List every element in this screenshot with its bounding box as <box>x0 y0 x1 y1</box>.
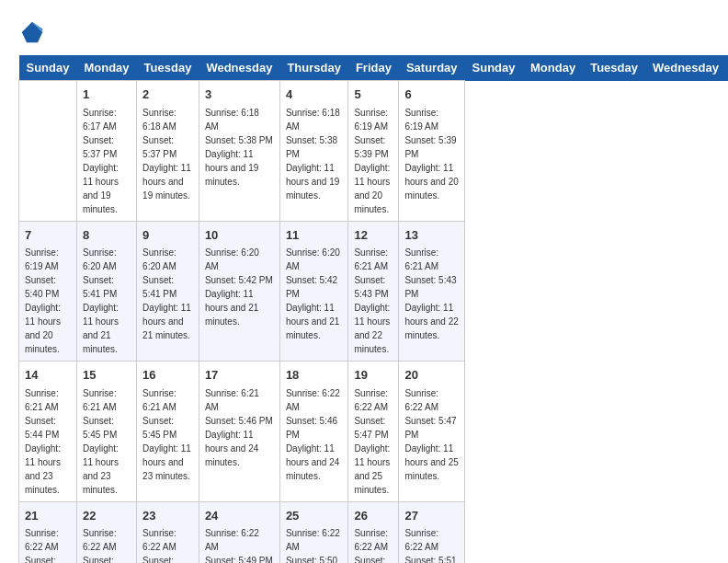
calendar-header-row: SundayMondayTuesdayWednesdayThursdayFrid… <box>19 55 729 81</box>
svg-marker-0 <box>22 22 43 43</box>
calendar-cell <box>19 81 77 222</box>
calendar-cell: 27Sunrise: 6:22 AMSunset: 5:51 PMDayligh… <box>399 501 465 563</box>
calendar-cell: 5Sunrise: 6:19 AMSunset: 5:39 PMDaylight… <box>348 81 399 222</box>
day-number: 16 <box>142 366 193 385</box>
header-monday: Monday <box>523 55 583 81</box>
day-number: 9 <box>142 226 193 245</box>
header-monday: Monday <box>76 55 136 81</box>
day-info: Sunrise: 6:20 AMSunset: 5:42 PMDaylight:… <box>205 246 274 328</box>
calendar-table: SundayMondayTuesdayWednesdayThursdayFrid… <box>18 55 728 563</box>
day-number: 17 <box>205 366 274 385</box>
calendar-cell: 18Sunrise: 6:22 AMSunset: 5:46 PMDayligh… <box>279 362 348 502</box>
day-info: Sunrise: 6:21 AMSunset: 5:44 PMDaylight:… <box>25 386 71 497</box>
header-tuesday: Tuesday <box>583 55 645 81</box>
day-number: 1 <box>83 86 131 104</box>
day-number: 25 <box>286 507 343 525</box>
header-friday: Friday <box>348 55 399 81</box>
header-wednesday: Wednesday <box>645 55 726 81</box>
day-info: Sunrise: 6:21 AMSunset: 5:45 PMDaylight:… <box>83 386 131 497</box>
logo <box>18 18 50 46</box>
day-number: 7 <box>25 226 71 245</box>
calendar-cell: 12Sunrise: 6:21 AMSunset: 5:43 PMDayligh… <box>348 221 399 362</box>
day-info: Sunrise: 6:20 AMSunset: 5:42 PMDaylight:… <box>286 246 343 342</box>
day-number: 13 <box>404 226 459 245</box>
day-number: 19 <box>354 366 392 385</box>
day-info: Sunrise: 6:18 AMSunset: 5:37 PMDaylight:… <box>142 106 193 202</box>
day-info: Sunrise: 6:22 AMSunset: 5:50 PMDaylight:… <box>354 526 392 563</box>
day-info: Sunrise: 6:22 AMSunset: 5:49 PMDaylight:… <box>142 526 193 563</box>
day-info: Sunrise: 6:19 AMSunset: 5:39 PMDaylight:… <box>354 106 392 216</box>
day-number: 8 <box>83 226 131 245</box>
day-info: Sunrise: 6:21 AMSunset: 5:45 PMDaylight:… <box>142 386 193 483</box>
calendar-cell: 17Sunrise: 6:21 AMSunset: 5:46 PMDayligh… <box>199 362 279 502</box>
day-info: Sunrise: 6:21 AMSunset: 5:46 PMDaylight:… <box>205 386 274 469</box>
calendar-cell: 23Sunrise: 6:22 AMSunset: 5:49 PMDayligh… <box>137 501 199 563</box>
day-number: 27 <box>404 507 459 525</box>
header-saturday: Saturday <box>399 55 465 81</box>
day-info: Sunrise: 6:19 AMSunset: 5:40 PMDaylight:… <box>25 246 71 356</box>
day-number: 18 <box>286 366 343 385</box>
day-info: Sunrise: 6:21 AMSunset: 5:43 PMDaylight:… <box>404 246 459 342</box>
calendar-cell: 6Sunrise: 6:19 AMSunset: 5:39 PMDaylight… <box>399 81 465 222</box>
calendar-cell: 9Sunrise: 6:20 AMSunset: 5:41 PMDaylight… <box>137 221 199 362</box>
day-number: 10 <box>205 226 274 245</box>
day-info: Sunrise: 6:22 AMSunset: 5:48 PMDaylight:… <box>83 526 131 563</box>
calendar-week-row: 1Sunrise: 6:17 AMSunset: 5:37 PMDaylight… <box>19 81 729 222</box>
day-info: Sunrise: 6:22 AMSunset: 5:51 PMDaylight:… <box>404 526 459 563</box>
calendar-cell: 20Sunrise: 6:22 AMSunset: 5:47 PMDayligh… <box>399 362 465 502</box>
day-number: 5 <box>354 86 392 104</box>
day-number: 2 <box>142 86 193 104</box>
day-number: 12 <box>354 226 392 245</box>
day-number: 21 <box>25 507 71 525</box>
calendar-cell: 15Sunrise: 6:21 AMSunset: 5:45 PMDayligh… <box>76 362 136 502</box>
calendar-cell: 13Sunrise: 6:21 AMSunset: 5:43 PMDayligh… <box>399 221 465 362</box>
day-info: Sunrise: 6:17 AMSunset: 5:37 PMDaylight:… <box>83 106 131 216</box>
calendar-cell: 8Sunrise: 6:20 AMSunset: 5:41 PMDaylight… <box>76 221 136 362</box>
calendar-cell: 26Sunrise: 6:22 AMSunset: 5:50 PMDayligh… <box>348 501 399 563</box>
calendar-cell: 1Sunrise: 6:17 AMSunset: 5:37 PMDaylight… <box>76 81 136 222</box>
calendar-cell: 14Sunrise: 6:21 AMSunset: 5:44 PMDayligh… <box>19 362 77 502</box>
day-number: 6 <box>404 86 459 104</box>
day-number: 23 <box>142 507 193 525</box>
day-info: Sunrise: 6:20 AMSunset: 5:41 PMDaylight:… <box>83 246 131 356</box>
logo-icon <box>18 18 46 46</box>
page-header <box>18 18 710 46</box>
header-thursday: Thursday <box>279 55 348 81</box>
day-info: Sunrise: 6:18 AMSunset: 5:38 PMDaylight:… <box>286 106 343 202</box>
calendar-week-row: 14Sunrise: 6:21 AMSunset: 5:44 PMDayligh… <box>19 362 729 502</box>
calendar-cell: 10Sunrise: 6:20 AMSunset: 5:42 PMDayligh… <box>199 221 279 362</box>
day-number: 26 <box>354 507 392 525</box>
day-number: 15 <box>83 366 131 385</box>
header-wednesday: Wednesday <box>199 55 279 81</box>
calendar-week-row: 21Sunrise: 6:22 AMSunset: 5:48 PMDayligh… <box>19 501 729 563</box>
calendar-cell: 11Sunrise: 6:20 AMSunset: 5:42 PMDayligh… <box>279 221 348 362</box>
day-number: 20 <box>404 366 459 385</box>
calendar-cell: 24Sunrise: 6:22 AMSunset: 5:49 PMDayligh… <box>199 501 279 563</box>
day-number: 14 <box>25 366 71 385</box>
calendar-cell: 21Sunrise: 6:22 AMSunset: 5:48 PMDayligh… <box>19 501 77 563</box>
day-info: Sunrise: 6:19 AMSunset: 5:39 PMDaylight:… <box>404 106 459 202</box>
calendar-cell: 16Sunrise: 6:21 AMSunset: 5:45 PMDayligh… <box>137 362 199 502</box>
calendar-cell: 7Sunrise: 6:19 AMSunset: 5:40 PMDaylight… <box>19 221 77 362</box>
day-number: 3 <box>205 86 274 104</box>
calendar-cell: 19Sunrise: 6:22 AMSunset: 5:47 PMDayligh… <box>348 362 399 502</box>
calendar-cell: 2Sunrise: 6:18 AMSunset: 5:37 PMDaylight… <box>137 81 199 222</box>
day-info: Sunrise: 6:22 AMSunset: 5:49 PMDaylight:… <box>205 526 274 563</box>
calendar-cell: 3Sunrise: 6:18 AMSunset: 5:38 PMDaylight… <box>199 81 279 222</box>
day-number: 4 <box>286 86 343 104</box>
day-info: Sunrise: 6:18 AMSunset: 5:38 PMDaylight:… <box>205 106 274 189</box>
day-info: Sunrise: 6:20 AMSunset: 5:41 PMDaylight:… <box>142 246 193 342</box>
calendar-week-row: 7Sunrise: 6:19 AMSunset: 5:40 PMDaylight… <box>19 221 729 362</box>
day-info: Sunrise: 6:22 AMSunset: 5:48 PMDaylight:… <box>25 526 71 563</box>
day-info: Sunrise: 6:22 AMSunset: 5:47 PMDaylight:… <box>404 386 459 483</box>
day-number: 11 <box>286 226 343 245</box>
day-number: 24 <box>205 507 274 525</box>
header-tuesday: Tuesday <box>137 55 199 81</box>
calendar-cell: 25Sunrise: 6:22 AMSunset: 5:50 PMDayligh… <box>279 501 348 563</box>
day-number: 22 <box>83 507 131 525</box>
calendar-cell: 4Sunrise: 6:18 AMSunset: 5:38 PMDaylight… <box>279 81 348 222</box>
day-info: Sunrise: 6:22 AMSunset: 5:47 PMDaylight:… <box>354 386 392 497</box>
day-info: Sunrise: 6:21 AMSunset: 5:43 PMDaylight:… <box>354 246 392 356</box>
day-info: Sunrise: 6:22 AMSunset: 5:50 PMDaylight:… <box>286 526 343 563</box>
header-sunday: Sunday <box>19 55 77 81</box>
